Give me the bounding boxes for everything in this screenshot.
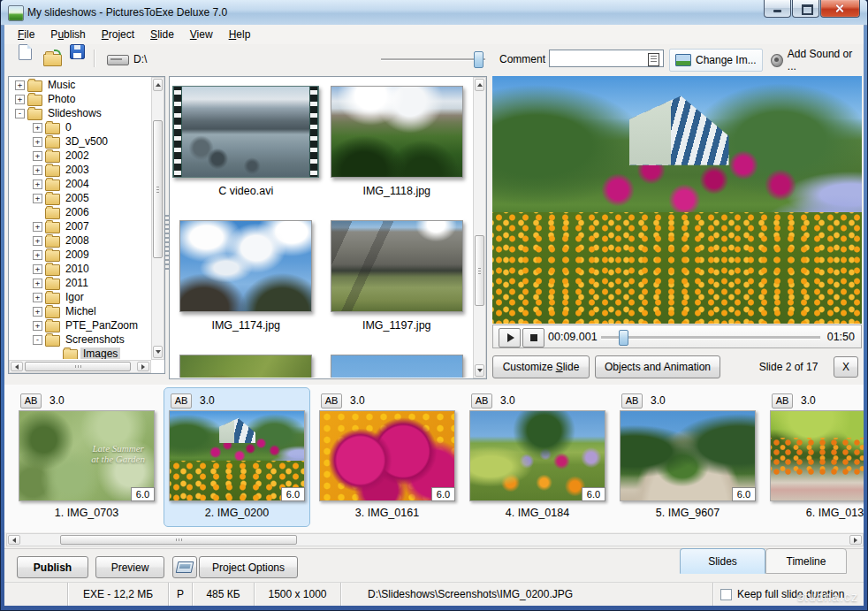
expand-icon[interactable]: + xyxy=(15,95,25,104)
slide-item-5-img_9607[interactable]: AB3.06.05. IMG_9607 xyxy=(614,387,761,527)
expand-icon[interactable]: + xyxy=(33,236,42,246)
file-item-img_1197-jpg[interactable]: IMG_1197.jpg xyxy=(322,212,473,347)
expand-icon[interactable]: + xyxy=(33,194,42,203)
tree-item-3d_v500[interactable]: +3D_v500 xyxy=(10,134,150,149)
slide-item-3-img_0161[interactable]: AB3.06.03. IMG_0161 xyxy=(314,387,461,527)
stop-button[interactable] xyxy=(522,328,544,348)
expand-icon[interactable]: + xyxy=(33,264,42,274)
tree-item-music[interactable]: +Music xyxy=(10,78,150,92)
maximize-button[interactable] xyxy=(792,0,819,18)
tree-item-photo[interactable]: +Photo xyxy=(10,92,150,106)
tree-item-2005[interactable]: +2005 xyxy=(10,191,150,205)
scroll-up-button[interactable] xyxy=(153,79,163,91)
ab-transition-badge[interactable]: AB xyxy=(20,393,42,409)
expand-icon[interactable]: + xyxy=(33,250,42,260)
publish-button[interactable]: Publish xyxy=(17,556,88,578)
expand-icon[interactable]: + xyxy=(33,279,42,288)
files-scroll-thumb[interactable] xyxy=(475,235,484,306)
drive-selector[interactable]: D:\ xyxy=(133,44,147,74)
objects-and-animation-button[interactable]: Objects and Animation xyxy=(595,355,720,378)
tree-item-igor[interactable]: +Igor xyxy=(10,290,150,304)
tree-item-2003[interactable]: +2003 xyxy=(10,163,150,177)
keep-duration-checkbox[interactable] xyxy=(720,589,732,600)
tree-item-michel[interactable]: +Michel xyxy=(10,304,150,318)
tree-item-2007[interactable]: +2007 xyxy=(10,219,150,233)
close-preview-button[interactable]: X xyxy=(834,356,858,378)
scroll-down-button[interactable] xyxy=(475,364,484,377)
close-button[interactable] xyxy=(820,0,860,18)
tree-item-2004[interactable]: +2004 xyxy=(10,177,150,191)
slide-item-6-img_0133[interactable]: AB3.06.06. IMG_0133 xyxy=(765,387,864,527)
ab-transition-badge[interactable]: AB xyxy=(621,393,643,409)
collapse-icon[interactable]: - xyxy=(15,109,25,118)
tree-vertical-scrollbar[interactable] xyxy=(151,77,164,360)
menu-item-help[interactable]: Help xyxy=(221,26,259,43)
tree-item-2002[interactable]: +2002 xyxy=(10,149,150,163)
ab-transition-badge[interactable]: AB xyxy=(171,393,192,409)
expand-icon[interactable]: + xyxy=(33,222,42,232)
title-bar[interactable]: My slideshows - PicturesToExe Deluxe 7.0 xyxy=(1,0,867,26)
slide-item-1-img_0703[interactable]: AB3.0Late Summerat the Garden6.01. IMG_0… xyxy=(13,387,160,527)
tree-item-pte_panzoom[interactable]: +PTE_PanZoom xyxy=(10,318,150,332)
comment-input[interactable] xyxy=(549,50,664,67)
expand-icon[interactable]: + xyxy=(33,137,42,147)
add-sound-button[interactable]: Add Sound or ... xyxy=(765,49,864,72)
menu-item-project[interactable]: Project xyxy=(94,26,142,43)
tree-item-0[interactable]: +0 xyxy=(10,120,150,134)
scroll-left-button[interactable] xyxy=(8,535,20,545)
file-item-img_1174-jpg[interactable]: IMG_1174.jpg xyxy=(171,212,322,347)
file-item-partial[interactable] xyxy=(171,347,322,378)
scroll-down-button[interactable] xyxy=(153,346,163,358)
slide-scroll-thumb[interactable] xyxy=(60,535,297,545)
project-options-button[interactable]: Project Options xyxy=(199,556,298,578)
slide-item-4-img_0184[interactable]: AB3.06.04. IMG_0184 xyxy=(464,387,611,527)
tree-item-2010[interactable]: +2010 xyxy=(10,262,150,276)
tab-timeline[interactable]: Timeline xyxy=(765,548,847,574)
file-item-partial[interactable] xyxy=(322,347,473,378)
play-button[interactable] xyxy=(499,328,521,348)
tree-item-2009[interactable]: +2009 xyxy=(10,248,150,262)
tree-item-2011[interactable]: +2011 xyxy=(10,276,150,290)
menu-item-slide[interactable]: Slide xyxy=(142,26,182,43)
expand-icon[interactable]: + xyxy=(33,151,42,161)
scroll-right-button[interactable] xyxy=(849,535,862,545)
expand-icon[interactable]: + xyxy=(33,293,42,302)
tree-horizontal-scrollbar[interactable] xyxy=(9,360,151,373)
new-project-button[interactable] xyxy=(19,44,32,60)
tab-slides[interactable]: Slides xyxy=(680,548,765,574)
slider-handle[interactable] xyxy=(474,51,483,68)
expand-icon[interactable]: + xyxy=(15,80,25,90)
expand-icon[interactable]: + xyxy=(33,321,42,331)
scroll-up-button[interactable] xyxy=(475,79,484,91)
save-project-button[interactable] xyxy=(70,44,85,59)
expand-icon[interactable]: + xyxy=(33,123,42,133)
comment-note-icon[interactable] xyxy=(648,53,659,66)
expand-icon[interactable]: + xyxy=(33,179,42,189)
file-item-img_1118-jpg[interactable]: IMG_1118.jpg xyxy=(322,78,473,212)
open-project-button[interactable] xyxy=(43,54,62,66)
change-image-button[interactable]: Change Im... xyxy=(669,49,763,72)
slide-list-scrollbar[interactable] xyxy=(6,533,864,546)
menu-item-publish[interactable]: Publish xyxy=(42,26,93,43)
menu-item-view[interactable]: View xyxy=(182,26,221,43)
ab-transition-badge[interactable]: AB xyxy=(321,393,342,409)
slide-item-2-img_0200[interactable]: AB3.06.02. IMG_0200 xyxy=(164,387,310,527)
expand-icon[interactable]: + xyxy=(33,165,42,175)
ab-transition-badge[interactable]: AB xyxy=(772,393,793,409)
menu-item-file[interactable]: File xyxy=(10,26,42,43)
tree-item-2008[interactable]: +2008 xyxy=(10,233,150,248)
tree-item-images[interactable]: Images xyxy=(10,347,150,359)
tree-item-2006[interactable]: 2006 xyxy=(10,205,150,219)
tree-item-slideshows[interactable]: -Slideshows xyxy=(10,106,150,120)
expand-icon[interactable]: + xyxy=(33,307,42,317)
scroll-left-button[interactable] xyxy=(11,362,23,371)
minimize-button[interactable] xyxy=(764,0,791,18)
customize-slide-button[interactable]: Customize Slide xyxy=(492,355,590,378)
ab-transition-badge[interactable]: AB xyxy=(471,393,492,409)
collapse-icon[interactable]: - xyxy=(33,335,42,345)
scroll-right-button[interactable] xyxy=(137,362,149,371)
file-item-c-video-avi[interactable]: C video.avi xyxy=(171,78,322,212)
seek-handle[interactable] xyxy=(619,330,628,346)
preview-button[interactable]: Preview xyxy=(95,556,164,578)
thumbnail-size-slider[interactable] xyxy=(381,57,485,62)
